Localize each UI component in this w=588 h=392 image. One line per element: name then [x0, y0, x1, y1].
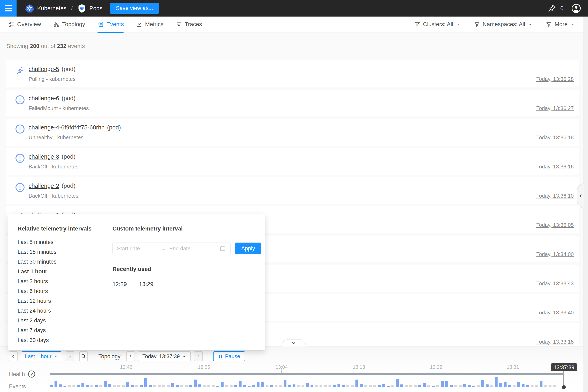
- time-select-button[interactable]: Today, 13:37:39: [138, 351, 191, 361]
- health-status-bar[interactable]: [50, 373, 563, 375]
- histogram-empty-dash: [162, 385, 165, 387]
- menu-button[interactable]: [0, 0, 16, 16]
- tab-topology[interactable]: Topology: [53, 16, 85, 32]
- event-name-link[interactable]: challenge-2: [28, 182, 59, 189]
- interval-option[interactable]: Last 15 minutes: [18, 247, 103, 257]
- filter-clusters[interactable]: Clusters: All: [414, 21, 460, 28]
- event-timestamp-link[interactable]: Today, 13:36:27: [536, 105, 574, 112]
- breadcrumb-app[interactable]: Kubernetes: [37, 5, 66, 12]
- histogram-empty-dash: [454, 385, 457, 387]
- zoom-out-button[interactable]: [79, 351, 88, 361]
- pin-icon[interactable]: [548, 4, 556, 13]
- custom-interval-section: Custom telemetry interval → Apply Recent…: [103, 214, 265, 350]
- histogram-empty-dash: [135, 385, 138, 387]
- histogram-bar: [239, 381, 242, 387]
- interval-option[interactable]: Last 1 hour: [18, 267, 103, 276]
- histogram-bar: [284, 380, 286, 387]
- interval-option[interactable]: Last 5 minutes: [18, 237, 103, 247]
- histogram-bar: [495, 377, 498, 387]
- event-timestamp-link[interactable]: Today, 13:36:18: [536, 134, 574, 141]
- prev-time-button[interactable]: [126, 351, 135, 361]
- histogram-bar: [522, 384, 524, 387]
- chevron-down-icon: [570, 22, 575, 26]
- interval-option[interactable]: Last 24 hours: [18, 306, 103, 316]
- filter-namespaces[interactable]: Namespaces: All: [474, 21, 533, 28]
- histogram-bar: [261, 382, 264, 387]
- interval-option[interactable]: Last 30 days: [18, 335, 103, 345]
- event-timestamp-link[interactable]: Today, 13:33:18: [536, 339, 574, 345]
- time-tick-mark: [359, 370, 359, 373]
- event-timestamp-link[interactable]: Today, 13:33:43: [536, 280, 574, 287]
- avatar[interactable]: [571, 4, 581, 13]
- histogram-bar: [248, 386, 250, 387]
- event-name-link[interactable]: challenge-3: [28, 153, 59, 160]
- prev-interval-button[interactable]: [9, 351, 18, 361]
- event-name-link[interactable]: challenge-6: [28, 95, 59, 102]
- tab-metrics[interactable]: Metrics: [136, 16, 163, 32]
- interval-select-button[interactable]: Last 1 hour: [22, 351, 61, 361]
- help-icon[interactable]: ?: [28, 370, 36, 378]
- event-reason: BackOff - kubernetes: [28, 164, 78, 170]
- chevron-down-icon: [54, 354, 58, 358]
- event-row: challenge-5(pod)Pulling - kubernetesToda…: [6, 60, 579, 87]
- histogram-empty-dash: [535, 385, 538, 387]
- relative-interval-options: Last 5 minutesLast 15 minutesLast 30 min…: [18, 237, 103, 345]
- pause-button[interactable]: Pause: [213, 351, 245, 361]
- next-interval-button[interactable]: [66, 351, 74, 361]
- chevron-left-icon: [578, 193, 584, 198]
- date-range-picker[interactable]: →: [112, 242, 230, 254]
- histogram-bar: [486, 384, 488, 387]
- histogram-empty-dash: [72, 385, 75, 387]
- tab-events[interactable]: Events: [98, 16, 124, 32]
- filter-more[interactable]: More: [546, 21, 575, 28]
- event-timestamp-link[interactable]: Today, 13:36:05: [536, 222, 574, 228]
- next-time-button[interactable]: [194, 351, 203, 361]
- expand-side-panel-tab[interactable]: [577, 183, 584, 208]
- event-timestamp-link[interactable]: Today, 13:34:00: [536, 251, 574, 258]
- interval-option[interactable]: Last 6 hours: [18, 286, 103, 296]
- apply-button[interactable]: Apply: [235, 242, 261, 254]
- recently-used-range[interactable]: 12:29 → 13:29: [112, 281, 265, 288]
- event-timestamp-link[interactable]: Today, 13:33:40: [536, 310, 574, 316]
- chevron-left-icon: [128, 354, 133, 359]
- histogram-bar: [356, 380, 358, 387]
- histogram-empty-dash: [544, 385, 547, 387]
- interval-option[interactable]: Last 2 days: [18, 316, 103, 326]
- top-bar: Kubernetes / Pods Save view as... 0: [0, 0, 588, 16]
- chevron-down-icon: [456, 22, 460, 26]
- histogram-bar: [360, 384, 363, 387]
- time-tick-label: 13:13: [353, 364, 365, 370]
- recent-range-end: 13:29: [139, 281, 153, 288]
- histogram-bar: [540, 381, 542, 387]
- histogram-bar: [288, 385, 291, 387]
- tab-traces[interactable]: Traces: [176, 16, 202, 32]
- events-row-label: Events: [9, 384, 26, 390]
- histogram-empty-dash: [297, 385, 300, 387]
- event-timestamp-link[interactable]: Today, 13:36:16: [536, 164, 574, 170]
- time-cursor-handle[interactable]: [562, 385, 566, 389]
- recently-used-title: Recently used: [112, 266, 265, 272]
- collapse-drawer-tab[interactable]: [281, 339, 306, 346]
- save-view-as-button[interactable]: Save view as...: [110, 3, 159, 14]
- warning-event-icon: [15, 182, 25, 192]
- interval-option[interactable]: Last 12 hours: [18, 296, 103, 306]
- end-date-input[interactable]: [169, 246, 210, 252]
- event-timestamp-link[interactable]: Today, 13:36:10: [536, 193, 574, 199]
- interval-option[interactable]: Last 7 days: [18, 326, 103, 335]
- histogram-bar: [243, 385, 246, 387]
- event-timestamp-link[interactable]: Today, 13:36:28: [536, 76, 574, 82]
- histogram-bar: [396, 379, 399, 387]
- histogram-empty-dash: [90, 385, 93, 387]
- current-time-badge: 13:37:39: [551, 363, 577, 372]
- tab-overview[interactable]: Overview: [8, 16, 41, 32]
- event-name-link[interactable]: challenge-5: [28, 66, 59, 72]
- breadcrumb-page[interactable]: Pods: [90, 5, 102, 12]
- shown-count: 200: [30, 43, 40, 49]
- interval-option[interactable]: Last 3 hours: [18, 276, 103, 286]
- histogram-bar: [108, 384, 111, 387]
- start-date-input[interactable]: [117, 246, 158, 252]
- histogram-empty-dash: [351, 385, 354, 387]
- pause-icon: [218, 354, 223, 359]
- event-name-link[interactable]: challenge-4-6f9fdf4f75-68rhn: [28, 124, 104, 131]
- interval-option[interactable]: Last 30 minutes: [18, 257, 103, 267]
